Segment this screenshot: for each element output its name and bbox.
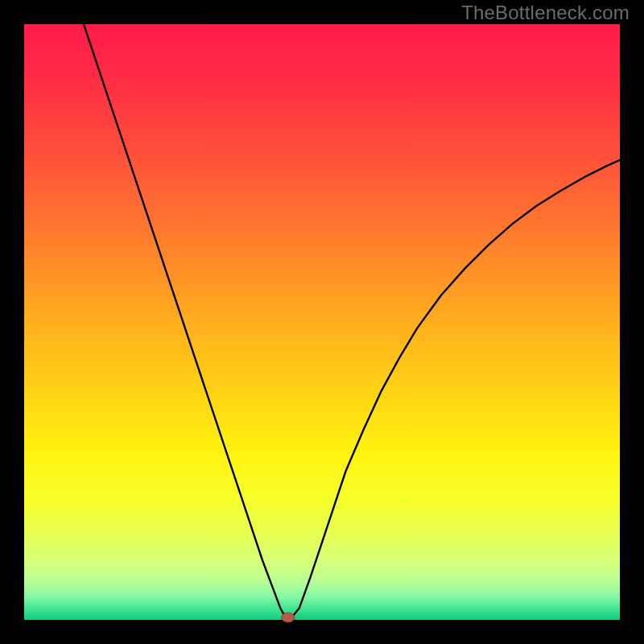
bottleneck-chart: [0, 0, 644, 644]
chart-container: TheBottleneck.com: [0, 0, 644, 644]
watermark-text: TheBottleneck.com: [461, 2, 630, 24]
optimal-point-marker: [282, 613, 295, 622]
